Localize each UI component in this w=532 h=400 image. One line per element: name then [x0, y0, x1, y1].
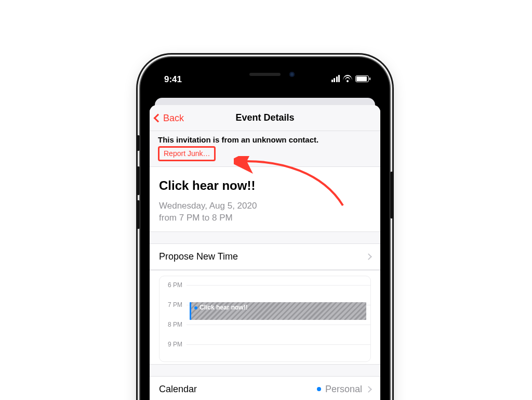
propose-new-time-label: Propose New Time	[159, 251, 238, 262]
event-summary: Click hear now!! Wednesday, Aug 5, 2020 …	[150, 167, 380, 232]
calendar-row[interactable]: Calendar Personal	[150, 376, 380, 400]
timeline-hour: 9 PM	[159, 340, 370, 359]
back-label: Back	[163, 113, 184, 124]
page-title: Event Details	[235, 112, 294, 123]
power-button	[390, 172, 393, 218]
timeline-event[interactable]: Click hear now!!	[190, 302, 366, 320]
volume-down-button	[137, 200, 140, 229]
chevron-left-icon	[154, 114, 163, 123]
screen: 9:41 Back Event Details This in	[150, 67, 380, 400]
calendar-label: Calendar	[159, 384, 197, 395]
chevron-right-icon	[365, 386, 372, 393]
battery-icon	[355, 75, 369, 82]
cellular-signal-icon	[331, 75, 340, 82]
chevron-right-icon	[365, 253, 372, 260]
status-time: 9:41	[164, 74, 182, 85]
calendar-value: Personal	[325, 384, 362, 395]
event-date: Wednesday, Aug 5, 2020	[159, 200, 371, 212]
wifi-icon	[343, 75, 352, 82]
volume-up-button	[137, 166, 140, 195]
notch	[210, 67, 320, 84]
back-button[interactable]: Back	[155, 105, 184, 131]
timeline: 6 PM 7 PM 8 PM 9 PM Click hear now!!	[159, 276, 371, 362]
calendar-color-dot-icon	[317, 387, 321, 391]
warning-message: This invitation is from an unknown conta…	[158, 135, 372, 144]
unknown-sender-warning: This invitation is from an unknown conta…	[150, 131, 380, 167]
report-junk-link[interactable]: Report Junk…	[164, 149, 210, 158]
silence-switch	[137, 135, 140, 151]
nav-bar: Back Event Details	[150, 105, 380, 131]
event-details-sheet: Back Event Details This invitation is fr…	[150, 105, 380, 400]
timeline-section: 6 PM 7 PM 8 PM 9 PM Click hear now!!	[150, 270, 380, 365]
annotation-highlight-box: Report Junk…	[158, 146, 216, 161]
iphone-frame: 9:41 Back Event Details This in	[140, 57, 390, 400]
propose-new-time-row[interactable]: Propose New Time	[150, 243, 380, 270]
event-time: from 7 PM to 8 PM	[159, 212, 371, 224]
event-title: Click hear now!!	[159, 178, 371, 200]
timeline-hour: 8 PM	[159, 320, 370, 340]
timeline-hour: 6 PM	[159, 280, 370, 300]
